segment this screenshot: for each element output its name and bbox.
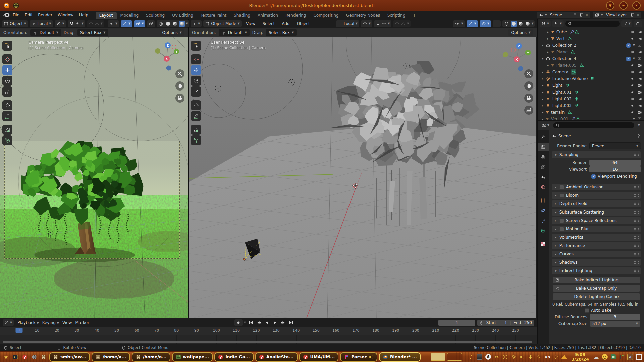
tray-clock[interactable]: 9:093/28/24 <box>570 352 590 361</box>
restrict-chevron-icon[interactable]: ▼ <box>633 57 635 60</box>
measure-tool[interactable] <box>2 125 12 135</box>
tray-keyboard-layout[interactable]: us <box>544 354 550 359</box>
disable-in-render-icon[interactable] <box>637 103 642 108</box>
panel-motion-blur[interactable]: ▸ Motion Blur <box>552 226 641 232</box>
disable-in-render-icon[interactable] <box>637 76 642 81</box>
orientation-dropdown[interactable]: Default ▼ <box>30 29 61 36</box>
cursor-tool[interactable] <box>2 54 12 64</box>
new-scene-icon[interactable] <box>579 13 584 17</box>
pager-workspace-2[interactable] <box>447 353 462 361</box>
shading-material-button[interactable] <box>172 21 178 27</box>
launcher-media[interactable] <box>30 353 38 361</box>
collection-checkbox[interactable] <box>626 57 631 61</box>
outliner-row[interactable]: ▸ Vert.001 ▼ <box>538 116 644 120</box>
snapping-controls[interactable]: ▼ <box>374 20 391 27</box>
jump-to-end-button[interactable] <box>287 320 295 326</box>
tray-updates[interactable] <box>561 355 567 359</box>
tray-show-desktop[interactable] <box>636 354 642 360</box>
disable-in-render-icon[interactable] <box>637 36 642 41</box>
transform-tool[interactable] <box>191 100 201 110</box>
launcher-favorites[interactable]: ★ <box>2 353 10 361</box>
outliner-row[interactable]: ▸ Camera <box>538 69 644 75</box>
tray-volume[interactable] <box>519 355 525 359</box>
bake-indirect-lighting-button[interactable]: Bake Indirect Lighting <box>552 276 640 284</box>
tray-wine[interactable] <box>619 355 624 359</box>
tray-player[interactable] <box>502 355 508 359</box>
disable-in-render-icon[interactable] <box>637 110 642 115</box>
outliner-row[interactable]: ▸ Light <box>538 82 644 89</box>
shading-solid-button[interactable] <box>511 21 517 27</box>
timeline-menu-view[interactable]: View <box>61 320 73 325</box>
overlays-toggle[interactable]: ▼ <box>134 20 145 27</box>
tab-world[interactable] <box>538 183 549 191</box>
stopwatch-icon[interactable] <box>479 320 484 325</box>
zoom-button[interactable] <box>175 69 184 78</box>
panel-checkbox[interactable] <box>559 219 564 223</box>
add-cube-tool[interactable] <box>191 135 201 145</box>
expand-arrow-icon[interactable]: ▸ <box>541 104 544 107</box>
tab-view-layer[interactable] <box>538 163 549 171</box>
transform-orientation-dropdown[interactable]: Local▼ <box>336 20 359 27</box>
window-close-button[interactable]: ✕ <box>632 1 641 10</box>
proportional-editing-controls[interactable]: ▼ <box>393 20 411 27</box>
disable-in-render-icon[interactable] <box>637 70 642 74</box>
expand-arrow-icon[interactable]: ▸ <box>541 111 544 114</box>
workspace-tab-compositing[interactable]: Compositing <box>310 12 342 19</box>
menu-help[interactable]: Help <box>76 12 91 18</box>
launcher-vlc[interactable] <box>21 353 29 361</box>
end-value[interactable]: 250 <box>523 320 532 325</box>
launcher-files[interactable] <box>40 353 48 361</box>
remove-viewlayer-icon[interactable]: × <box>636 13 640 17</box>
pin-icon[interactable] <box>573 13 577 17</box>
window-minimize-button[interactable]: − <box>619 1 628 10</box>
proportional-editing-controls[interactable]: ▼ <box>87 20 104 27</box>
object-visibility-dropdown[interactable]: ▼ <box>453 20 465 27</box>
render-samples-field[interactable]: 64 <box>589 160 641 166</box>
tray-bluetooth[interactable] <box>528 355 533 359</box>
expand-arrow-icon[interactable]: ▸ <box>541 77 544 80</box>
expand-arrow-icon[interactable]: ▸ <box>541 97 544 101</box>
expand-arrow-icon[interactable]: ▸ <box>546 50 550 54</box>
shading-rendered-button[interactable] <box>525 21 531 27</box>
timeline-menu-keying[interactable]: Keying ▼ <box>41 320 61 325</box>
delete-lighting-cache-button[interactable]: Delete Lighting Cache <box>552 293 640 300</box>
transform-tool[interactable] <box>2 100 12 110</box>
workspace-tab-shading[interactable]: Shading <box>230 12 254 19</box>
taskbar-task-blender-[interactable]: Blender* ... <box>379 352 421 362</box>
workspace-tab-animation[interactable]: Animation <box>254 12 282 19</box>
mode-dropdown[interactable]: Object Mode▼ <box>203 20 241 27</box>
pan-button[interactable] <box>524 81 533 90</box>
disable-in-render-icon[interactable] <box>637 29 642 34</box>
panel-sampling[interactable]: ▼ Sampling <box>552 151 641 158</box>
tray-steam[interactable] <box>477 354 482 360</box>
workspace-tab-sculpting[interactable]: Sculpting <box>142 12 168 19</box>
expand-arrow-icon[interactable]: ▸ <box>541 117 544 120</box>
diffuse-bounces-field[interactable]: 3 <box>590 314 640 320</box>
pin-icon[interactable] <box>636 134 641 138</box>
expand-arrow-icon[interactable]: ▸ <box>541 70 544 74</box>
workspace-tab-modeling[interactable]: Modeling <box>117 12 143 19</box>
drag-dropdown[interactable]: Select Box ▼ <box>266 29 297 36</box>
select-box-tool[interactable] <box>191 41 201 51</box>
drag-dropdown[interactable]: Select Box ▼ <box>77 29 108 36</box>
options-dropdown[interactable]: Options▼ <box>508 29 533 36</box>
snapping-controls[interactable]: ▼ <box>68 20 85 27</box>
tray-music[interactable]: ♪ <box>468 354 474 360</box>
ortho-grid-button[interactable] <box>524 106 533 115</box>
outliner-row[interactable]: ▾ Collection 4 ▼ <box>538 55 644 62</box>
panel-shadows[interactable]: ▸ Shadows <box>552 259 641 266</box>
add-workspace-button[interactable]: + <box>409 12 420 19</box>
expand-arrow-icon[interactable]: ▾ <box>541 44 544 47</box>
taskbar-task--home-a-[interactable]: /home/a... <box>132 352 170 362</box>
auto-bake-checkbox[interactable] <box>585 308 589 313</box>
cubemap-size-dropdown[interactable]: 512 px▼ <box>590 321 640 327</box>
rotate-tool[interactable] <box>191 76 201 86</box>
restrict-chevron-icon[interactable]: ▼ <box>633 44 635 47</box>
tab-render[interactable] <box>538 143 549 151</box>
outliner-row[interactable]: ▸ Cube <box>538 28 644 35</box>
panel-depth-of-field[interactable]: ▸ Depth of Field <box>552 200 641 207</box>
outliner-row[interactable]: ▸ Light.001 <box>538 89 644 96</box>
panel-checkbox[interactable] <box>559 227 564 231</box>
move-tool[interactable] <box>2 65 12 75</box>
viewport-menu-select[interactable]: Select <box>260 20 277 27</box>
